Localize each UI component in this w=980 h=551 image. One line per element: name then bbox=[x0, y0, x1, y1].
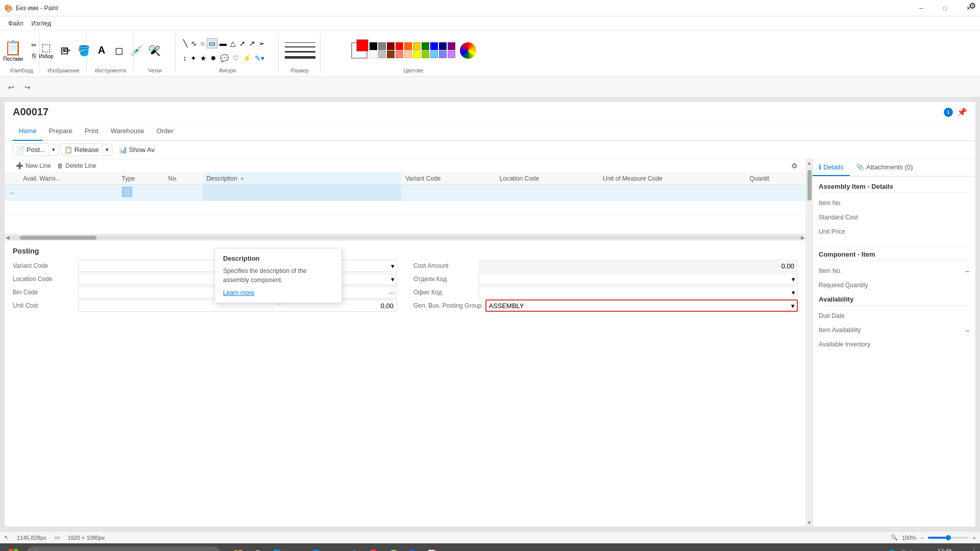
pencil-btn[interactable]: ✏ bbox=[58, 43, 75, 58]
scroll-right-btn[interactable]: ▶ bbox=[801, 235, 805, 240]
attachments-tab[interactable]: 📎 Attachments (0) bbox=[850, 159, 919, 176]
row-no-cell[interactable] bbox=[164, 201, 202, 215]
shape-heart[interactable]: ♡ bbox=[231, 54, 240, 63]
row-desc-cell[interactable] bbox=[203, 185, 402, 201]
size-3px[interactable] bbox=[285, 51, 315, 53]
color-brightyellow[interactable] bbox=[413, 51, 421, 58]
taskbar-outlook[interactable]: 📧 bbox=[326, 544, 344, 551]
post-button[interactable]: 📄 Post... bbox=[13, 143, 49, 156]
table-row[interactable]: → bbox=[5, 185, 806, 201]
shape-lightning[interactable]: ⚡ bbox=[241, 54, 253, 63]
row-variant-cell[interactable] bbox=[401, 201, 495, 215]
info-icon[interactable]: i bbox=[944, 108, 953, 117]
scroll-up-btn[interactable]: ▲ bbox=[807, 160, 812, 166]
shape-arrow3[interactable]: ➢ bbox=[257, 39, 266, 48]
text-btn[interactable]: A bbox=[93, 43, 110, 57]
maximize-button[interactable]: □ bbox=[933, 0, 957, 16]
shape-arrow1[interactable]: ➚ bbox=[238, 39, 247, 48]
shape-callout[interactable]: 💬 bbox=[218, 54, 230, 63]
tab-print[interactable]: Print bbox=[79, 122, 105, 141]
row-location-cell[interactable] bbox=[496, 185, 599, 201]
color-yellow[interactable] bbox=[413, 42, 421, 50]
size-5px[interactable] bbox=[285, 56, 315, 59]
clock-widget[interactable]: 12:49 10.10.2023 г. bbox=[921, 548, 951, 552]
horizontal-scrollbar[interactable]: ◀ ▶ bbox=[5, 234, 806, 240]
shape-curve[interactable]: ∿ bbox=[189, 39, 199, 48]
color-purple[interactable] bbox=[448, 42, 455, 50]
release-arrow[interactable]: ▾ bbox=[103, 144, 112, 156]
color-lightblue[interactable] bbox=[430, 51, 438, 58]
pin-icon[interactable]: 📌 bbox=[957, 107, 967, 117]
start-button[interactable] bbox=[4, 544, 22, 551]
color-peach[interactable] bbox=[404, 51, 412, 58]
row-type-cell[interactable] bbox=[118, 201, 164, 215]
color-red[interactable] bbox=[396, 42, 403, 50]
scroll-left-btn[interactable]: ◀ bbox=[6, 235, 10, 240]
table-row[interactable] bbox=[5, 201, 806, 215]
tab-warehouse[interactable]: Warehouse bbox=[105, 122, 151, 141]
undo-button[interactable]: ↩ bbox=[4, 80, 18, 94]
taskbar-word[interactable]: 📝 bbox=[423, 544, 441, 551]
color-silver[interactable] bbox=[378, 51, 386, 58]
zoom-slider[interactable] bbox=[928, 537, 969, 539]
row-uom-cell[interactable] bbox=[599, 185, 745, 201]
select-btn[interactable]: ⬚ Избор bbox=[37, 40, 56, 60]
eraser-btn[interactable]: ◻ bbox=[111, 43, 127, 58]
taskbar-teams[interactable]: 📘 bbox=[306, 544, 325, 551]
release-button[interactable]: 📋 Release bbox=[61, 143, 103, 156]
scroll-down-btn[interactable]: ▼ bbox=[807, 520, 812, 525]
brush-btn[interactable]: 🖌 bbox=[147, 43, 163, 57]
taskbar-search[interactable]: 🔍 Search bbox=[27, 546, 220, 551]
row-no-cell[interactable] bbox=[164, 185, 202, 201]
vertical-scrollbar[interactable]: ▲ ▼ bbox=[806, 159, 812, 527]
tab-order[interactable]: Order bbox=[151, 122, 180, 141]
close-button[interactable]: ✕ bbox=[957, 0, 980, 16]
foreground-color[interactable] bbox=[356, 39, 369, 52]
row-variant-cell[interactable] bbox=[401, 185, 495, 201]
color-white[interactable] bbox=[370, 51, 377, 58]
color-darkred[interactable] bbox=[387, 42, 395, 50]
color-darkblue[interactable] bbox=[439, 42, 447, 50]
taskbar-app7[interactable]: 🔷 bbox=[345, 544, 363, 551]
row-quantity-cell[interactable] bbox=[745, 201, 806, 215]
show-desktop-btn[interactable] bbox=[974, 546, 976, 551]
color-green[interactable] bbox=[422, 42, 429, 50]
scroll-track[interactable] bbox=[10, 236, 801, 240]
show-av-button[interactable]: 📊 Show Av bbox=[114, 143, 159, 156]
row-type-cell[interactable] bbox=[118, 185, 164, 201]
row-quantity-cell[interactable] bbox=[745, 185, 806, 201]
shape-star5[interactable]: ★ bbox=[199, 54, 208, 63]
taskbar-files[interactable]: 🗂 bbox=[287, 544, 305, 551]
v-scroll-thumb[interactable] bbox=[807, 170, 812, 201]
color-wheel[interactable] bbox=[460, 42, 476, 59]
tab-prepare[interactable]: Prepare bbox=[43, 122, 79, 141]
shape-diagonal1[interactable]: ╲ bbox=[182, 39, 189, 48]
taskbar-edge[interactable]: 🌐 bbox=[267, 544, 286, 551]
color-brown[interactable] bbox=[387, 51, 395, 58]
taskbar-app2[interactable]: 💬 bbox=[248, 544, 266, 551]
ofis-select[interactable]: ▾ bbox=[479, 286, 798, 298]
tooltip-learn-more[interactable]: Learn more bbox=[223, 289, 254, 296]
post-arrow[interactable]: ▾ bbox=[49, 144, 59, 156]
row-desc-cell[interactable] bbox=[203, 201, 402, 215]
menu-file[interactable]: Файл bbox=[4, 19, 28, 28]
row-location-cell[interactable] bbox=[496, 201, 599, 215]
settings-icon[interactable]: ⚙ bbox=[969, 1, 976, 11]
scroll-thumb[interactable] bbox=[20, 236, 96, 240]
zoom-plus[interactable]: + bbox=[973, 535, 976, 541]
taskbar-chrome[interactable]: 🔴 bbox=[364, 544, 383, 551]
tab-home[interactable]: Home bbox=[13, 122, 43, 141]
size-1px[interactable] bbox=[285, 42, 315, 43]
taskbar-excel[interactable]: 📗 bbox=[384, 544, 402, 551]
details-tab[interactable]: ℹ Details bbox=[813, 159, 850, 176]
taskbar-bc-app[interactable]: 🔵 bbox=[403, 544, 422, 551]
color-orange[interactable] bbox=[404, 42, 412, 50]
lines-gear-icon[interactable]: ⚙ bbox=[791, 162, 798, 170]
menu-view[interactable]: Изглед bbox=[28, 19, 56, 28]
color-yellowgreen[interactable] bbox=[422, 51, 429, 58]
taskbar-file-explorer[interactable]: 📁 bbox=[229, 544, 247, 551]
shape-star4[interactable]: ✦ bbox=[189, 54, 198, 63]
color-lavender[interactable] bbox=[448, 51, 455, 58]
shape-arrow2[interactable]: ↗ bbox=[248, 39, 257, 48]
shape-star6[interactable]: ✸ bbox=[209, 54, 218, 63]
